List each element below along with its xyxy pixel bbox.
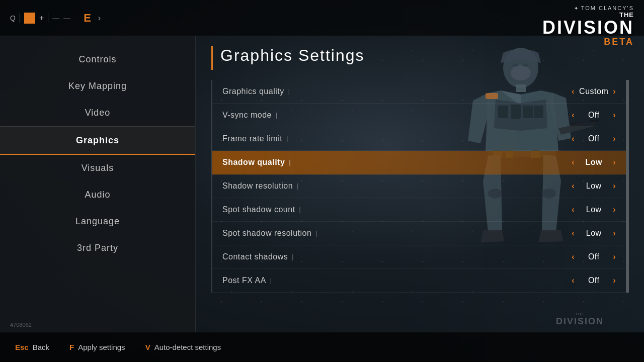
setting-row-spot-shadow-count[interactable]: Spot shadow count ‹ Low › bbox=[212, 198, 626, 222]
setting-control-spot-shadow-count[interactable]: ‹ Low › bbox=[572, 205, 616, 214]
sidebar-item-key-mapping[interactable]: Key Mapping bbox=[0, 73, 195, 100]
setting-control-graphics-quality[interactable]: ‹ Custom › bbox=[572, 87, 616, 96]
bottom-bar: Esc Back F Apply settings V Auto-detect … bbox=[0, 332, 644, 362]
setting-label-post-fx-aa: Post FX AA bbox=[222, 276, 272, 285]
setting-value-frame-rate-limit: Off bbox=[579, 134, 609, 143]
arrow-left-frame-rate-limit[interactable]: ‹ bbox=[572, 134, 575, 143]
setting-value-shadow-resolution: Low bbox=[579, 182, 609, 191]
settings-scroll[interactable]: Graphics quality ‹ Custom › V-sync mode … bbox=[211, 80, 629, 293]
auto-detect-label: Auto-detect settings bbox=[154, 343, 221, 351]
arrow-left-graphics-quality[interactable]: ‹ bbox=[572, 87, 575, 96]
arrow-right-spot-shadow-resolution[interactable]: › bbox=[613, 229, 616, 238]
arrow-right-frame-rate-limit[interactable]: › bbox=[613, 134, 616, 143]
setting-label-shadow-quality: Shadow quality bbox=[222, 158, 291, 167]
apply-label: Apply settings bbox=[78, 343, 125, 351]
setting-control-contact-shadows[interactable]: ‹ Off › bbox=[572, 252, 616, 261]
v-key: V bbox=[145, 343, 150, 351]
setting-row-shadow-resolution[interactable]: Shadow resolution ‹ Low › bbox=[212, 174, 626, 198]
setting-value-spot-shadow-count: Low bbox=[579, 205, 609, 214]
sidebar-item-graphics[interactable]: Graphics bbox=[0, 126, 195, 155]
arrow-left-spot-shadow-count[interactable]: ‹ bbox=[572, 205, 575, 214]
arrow-left-post-fx-aa[interactable]: ‹ bbox=[572, 276, 575, 285]
setting-value-contact-shadows: Off bbox=[579, 252, 609, 261]
settings-panel: Graphics Settings Graphics quality ‹ Cus… bbox=[196, 36, 644, 332]
action-auto-detect[interactable]: V Auto-detect settings bbox=[145, 343, 221, 351]
arrow-left-vsync-mode[interactable]: ‹ bbox=[572, 111, 575, 120]
setting-label-contact-shadows: Contact shadows bbox=[222, 252, 294, 261]
plus-icon: + bbox=[39, 14, 44, 23]
arrow-right-contact-shadows[interactable]: › bbox=[613, 252, 616, 261]
arrow-right-graphics-quality[interactable]: › bbox=[613, 87, 616, 96]
dash-icons: — — bbox=[52, 14, 71, 22]
setting-value-graphics-quality: Custom bbox=[579, 87, 609, 96]
build-number: 4708062 bbox=[10, 322, 32, 328]
setting-row-vsync-mode[interactable]: V-sync mode ‹ Off › bbox=[212, 104, 626, 127]
action-apply[interactable]: F Apply settings bbox=[69, 343, 125, 351]
logo-tom-clancys: TOM CLANCY'S bbox=[542, 5, 634, 11]
action-back[interactable]: Esc Back bbox=[15, 343, 49, 351]
divider-2 bbox=[48, 13, 48, 23]
sidebar-item-language[interactable]: Language bbox=[0, 208, 195, 235]
arrow-right-shadow-quality[interactable]: › bbox=[613, 158, 616, 167]
divider-1 bbox=[20, 13, 20, 23]
setting-control-post-fx-aa[interactable]: ‹ Off › bbox=[572, 276, 616, 285]
setting-row-spot-shadow-resolution[interactable]: Spot shadow resolution ‹ Low › bbox=[212, 222, 626, 245]
arrow-right-vsync-mode[interactable]: › bbox=[613, 111, 616, 120]
setting-label-vsync-mode: V-sync mode bbox=[222, 111, 278, 120]
setting-value-spot-shadow-resolution: Low bbox=[579, 229, 609, 238]
setting-label-spot-shadow-count: Spot shadow count bbox=[222, 205, 301, 214]
setting-row-graphics-quality[interactable]: Graphics quality ‹ Custom › bbox=[212, 80, 626, 104]
setting-value-post-fx-aa: Off bbox=[579, 276, 609, 285]
setting-row-frame-rate-limit[interactable]: Frame rate limit ‹ Off › bbox=[212, 127, 626, 151]
setting-row-post-fx-aa[interactable]: Post FX AA ‹ Off › bbox=[212, 269, 626, 293]
sidebar-item-3rd-party[interactable]: 3rd Party bbox=[0, 235, 195, 261]
top-bar-left: Q + — — E › bbox=[10, 12, 101, 25]
chevron-right-icon: › bbox=[98, 14, 101, 23]
arrow-left-shadow-resolution[interactable]: ‹ bbox=[572, 182, 575, 191]
setting-value-vsync-mode: Off bbox=[579, 111, 609, 120]
arrow-left-shadow-quality[interactable]: ‹ bbox=[572, 158, 575, 167]
arrow-right-shadow-resolution[interactable]: › bbox=[613, 182, 616, 191]
setting-control-spot-shadow-resolution[interactable]: ‹ Low › bbox=[572, 229, 616, 238]
e-key-icon: E bbox=[84, 12, 91, 25]
esc-key: Esc bbox=[15, 343, 29, 351]
settings-title: Graphics Settings bbox=[211, 46, 629, 70]
inventory-square-icon[interactable] bbox=[24, 13, 35, 24]
main-content: Controls Key Mapping Video Graphics Visu… bbox=[0, 36, 644, 332]
f-key: F bbox=[69, 343, 74, 351]
setting-control-vsync-mode[interactable]: ‹ Off › bbox=[572, 111, 616, 120]
sidebar-item-visuals[interactable]: Visuals bbox=[0, 155, 195, 182]
setting-label-spot-shadow-resolution: Spot shadow resolution bbox=[222, 229, 317, 238]
setting-label-frame-rate-limit: Frame rate limit bbox=[222, 134, 288, 143]
setting-control-shadow-resolution[interactable]: ‹ Low › bbox=[572, 182, 616, 191]
back-label: Back bbox=[33, 343, 49, 351]
setting-value-shadow-quality: Low bbox=[579, 158, 609, 167]
setting-control-frame-rate-limit[interactable]: ‹ Off › bbox=[572, 134, 616, 143]
logo-division: DIVISION bbox=[542, 19, 634, 37]
setting-label-shadow-resolution: Shadow resolution bbox=[222, 182, 299, 191]
arrow-right-spot-shadow-count[interactable]: › bbox=[613, 205, 616, 214]
q-icon: Q bbox=[10, 14, 16, 22]
arrow-right-post-fx-aa[interactable]: › bbox=[613, 276, 616, 285]
sidebar-item-video[interactable]: Video bbox=[0, 100, 195, 126]
sidebar-item-audio[interactable]: Audio bbox=[0, 182, 195, 208]
setting-label-graphics-quality: Graphics quality bbox=[222, 87, 290, 96]
arrow-left-contact-shadows[interactable]: ‹ bbox=[572, 252, 575, 261]
sidebar-item-controls[interactable]: Controls bbox=[0, 46, 195, 73]
logo-beta: BETA bbox=[542, 37, 634, 47]
sidebar: Controls Key Mapping Video Graphics Visu… bbox=[0, 36, 196, 332]
setting-row-shadow-quality[interactable]: Shadow quality ‹ Low › bbox=[212, 151, 626, 174]
arrow-left-spot-shadow-resolution[interactable]: ‹ bbox=[572, 229, 575, 238]
setting-control-shadow-quality[interactable]: ‹ Low › bbox=[572, 158, 616, 167]
logo-area: TOM CLANCY'S THE DIVISION BETA bbox=[542, 5, 634, 47]
setting-row-contact-shadows[interactable]: Contact shadows ‹ Off › bbox=[212, 245, 626, 269]
